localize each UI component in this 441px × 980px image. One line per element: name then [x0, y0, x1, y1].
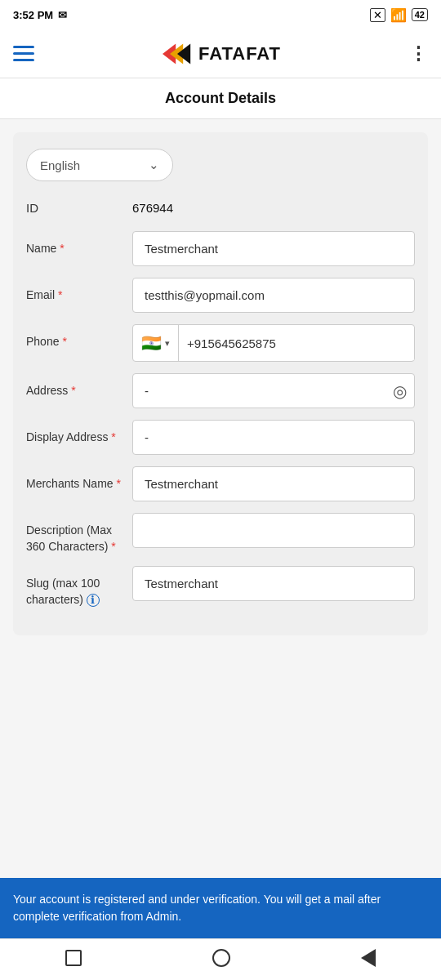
address-label: Address *: [26, 373, 132, 399]
description-label: Description (Max 360 Characters) *: [26, 513, 132, 555]
address-field[interactable]: [132, 373, 415, 408]
email-field[interactable]: [132, 278, 415, 313]
logo: FATAFAT: [163, 42, 281, 65]
location-icon[interactable]: ◎: [393, 381, 407, 401]
status-bar: 3:52 PM ✉ ✕ 📶 42: [0, 0, 441, 29]
email-row: Email *: [26, 278, 415, 313]
description-field[interactable]: [132, 513, 415, 548]
info-icon[interactable]: ℹ: [87, 594, 100, 607]
merchants-name-label: Merchants Name *: [26, 466, 132, 492]
app-bar: FATAFAT ⋮: [0, 29, 441, 78]
x-icon: ✕: [370, 8, 385, 22]
logo-icon: [163, 42, 192, 65]
form-card: English ⌄ ID 676944 Name * Email *: [13, 132, 428, 635]
language-value: English: [40, 158, 80, 172]
india-flag-icon: 🇮🇳: [141, 333, 162, 353]
page-title: Account Details: [165, 90, 276, 106]
slug-field[interactable]: [132, 566, 415, 601]
id-value: 676944: [132, 201, 173, 215]
nav-square-button[interactable]: [65, 950, 82, 969]
page-title-bar: Account Details: [0, 78, 441, 119]
description-row: Description (Max 360 Characters) *: [26, 513, 415, 555]
address-row: Address * ◎: [26, 373, 415, 408]
display-address-row: Display Address *: [26, 420, 415, 455]
chevron-down-icon: ⌄: [149, 158, 159, 172]
more-options-button[interactable]: ⋮: [409, 43, 428, 65]
id-label: ID: [26, 201, 132, 215]
name-label: Name *: [26, 231, 132, 257]
flag-dropdown-arrow: ▾: [165, 338, 170, 349]
nav-home-button[interactable]: [212, 949, 230, 970]
phone-input-wrap: 🇮🇳 ▾: [132, 324, 415, 362]
phone-field[interactable]: [179, 327, 414, 360]
slug-row: Slug (max 100 characters) ℹ: [26, 566, 415, 608]
display-address-label: Display Address *: [26, 420, 132, 446]
main-content: English ⌄ ID 676944 Name * Email *: [0, 119, 441, 878]
status-icons: ✕ 📶 42: [370, 7, 428, 23]
status-time: 3:52 PM ✉: [13, 9, 67, 21]
slug-label: Slug (max 100 characters) ℹ: [26, 566, 132, 608]
email-label: Email *: [26, 278, 132, 304]
country-code-selector[interactable]: 🇮🇳 ▾: [133, 325, 179, 361]
hamburger-menu-button[interactable]: [13, 46, 34, 61]
wifi-icon: 📶: [390, 7, 407, 23]
id-row: ID 676944: [26, 198, 415, 218]
name-row: Name *: [26, 231, 415, 266]
phone-row: Phone * 🇮🇳 ▾: [26, 324, 415, 362]
verification-banner: Your account is registered and under ver…: [0, 878, 441, 938]
logo-text: FATAFAT: [198, 43, 281, 65]
verification-banner-text: Your account is registered and under ver…: [13, 893, 381, 923]
mail-icon: ✉: [58, 9, 67, 21]
nav-back-button[interactable]: [361, 949, 376, 970]
bottom-nav: [0, 938, 441, 980]
display-address-field[interactable]: [132, 420, 415, 455]
phone-label: Phone *: [26, 324, 132, 350]
battery-indicator: 42: [412, 8, 428, 21]
merchants-name-row: Merchants Name *: [26, 466, 415, 501]
language-dropdown[interactable]: English ⌄: [26, 149, 173, 181]
name-field[interactable]: [132, 231, 415, 266]
merchants-name-field[interactable]: [132, 466, 415, 501]
